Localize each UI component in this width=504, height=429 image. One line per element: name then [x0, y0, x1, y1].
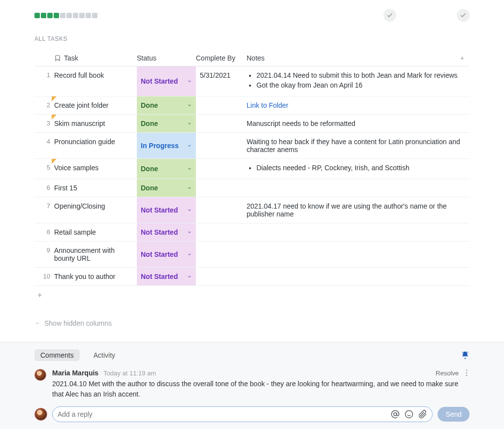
tab-comments[interactable]: Comments: [34, 349, 80, 361]
progress-segment: [66, 13, 72, 18]
comment-item: Maria Marquis Today at 11:19 am Resolve …: [34, 369, 470, 399]
status-cell[interactable]: Not Started: [137, 66, 196, 96]
status-cell[interactable]: In Progress: [137, 133, 196, 158]
row-number: 7: [34, 197, 54, 210]
emoji-icon[interactable]: [405, 410, 413, 419]
reply-box[interactable]: [52, 406, 433, 422]
reply-row: Send: [34, 406, 470, 422]
status-cell[interactable]: Done: [137, 159, 196, 179]
complete-by-cell[interactable]: [196, 159, 247, 169]
complete-by-cell[interactable]: [196, 96, 247, 106]
table-row: 7Opening/ClosingNot Started2021.04.17 ne…: [34, 197, 470, 223]
column-notes[interactable]: Notes: [247, 54, 455, 62]
complete-by-cell[interactable]: 5/31/2021: [196, 66, 247, 84]
task-cell[interactable]: First 15: [54, 179, 137, 197]
notes-cell[interactable]: Link to Folder: [247, 96, 470, 114]
resolve-button[interactable]: Resolve: [436, 369, 459, 377]
notes-cell[interactable]: [247, 242, 470, 251]
svg-point-2: [466, 375, 468, 376]
task-cell[interactable]: Record full book: [54, 66, 137, 84]
progress-segment: [47, 13, 53, 18]
table-row: 10Thank you to authorNot Started: [34, 268, 470, 286]
task-cell[interactable]: Skim manuscript: [54, 115, 137, 132]
complete-by-cell[interactable]: [196, 242, 247, 251]
chevron-down-icon: [187, 185, 192, 190]
chevron-down-icon: [187, 143, 192, 148]
notes-cell[interactable]: 2021.04.14 Need to submit this to both J…: [247, 66, 470, 96]
chevron-down-icon: [187, 103, 192, 108]
chevron-down-icon: [187, 230, 192, 235]
status-cell[interactable]: Not Started: [137, 242, 196, 267]
complete-by-cell[interactable]: [196, 268, 247, 277]
attachment-icon[interactable]: [418, 410, 427, 419]
complete-by-cell[interactable]: [196, 197, 247, 207]
task-cell[interactable]: Create joint folder: [54, 96, 137, 114]
complete-by-cell[interactable]: [196, 179, 247, 189]
column-complete-by[interactable]: Complete By: [196, 54, 247, 62]
more-icon[interactable]: [464, 369, 470, 376]
column-task[interactable]: Task: [54, 54, 137, 62]
check-button-2[interactable]: [457, 9, 470, 22]
row-number: 1: [34, 66, 54, 79]
task-cell[interactable]: Retail sample: [54, 223, 137, 241]
svg-point-4: [406, 411, 413, 418]
progress-segment: [92, 13, 97, 18]
flag-icon: [52, 115, 57, 120]
chevron-down-icon: [187, 208, 192, 213]
notes-cell[interactable]: Manuscript needs to be reformatted: [247, 115, 470, 132]
send-button[interactable]: Send: [438, 407, 470, 422]
row-number: 6: [34, 179, 54, 191]
notes-cell[interactable]: Waiting to hear back if they have a cont…: [247, 133, 470, 158]
notes-cell[interactable]: [247, 223, 470, 233]
avatar[interactable]: [34, 369, 46, 381]
progress-segment: [60, 13, 65, 18]
progress-segment: [86, 13, 91, 18]
table-headers: Task Status Complete By Notes +: [34, 50, 470, 66]
notes-cell[interactable]: Dialects needed - RP, Cockney, Irish, an…: [247, 159, 470, 179]
comment-author: Maria Marquis: [52, 369, 98, 377]
task-cell[interactable]: Opening/Closing: [54, 197, 137, 215]
table-row: 1Record full bookNot Started5/31/2021202…: [34, 66, 470, 96]
reply-input[interactable]: [58, 410, 391, 418]
status-cell[interactable]: Done: [137, 115, 196, 132]
notifications-icon[interactable]: [461, 351, 470, 360]
add-column-button[interactable]: +: [455, 54, 470, 62]
avatar[interactable]: [34, 408, 47, 421]
chevron-down-icon: [34, 320, 40, 326]
progress-segment: [79, 13, 85, 18]
notes-cell[interactable]: [247, 268, 470, 277]
progress-segment: [41, 13, 46, 18]
add-row-button[interactable]: +: [34, 286, 470, 305]
status-cell[interactable]: Not Started: [137, 223, 196, 241]
task-cell[interactable]: Thank you to author: [54, 268, 137, 285]
task-table: Task Status Complete By Notes + 1Record …: [34, 50, 470, 305]
progress-bar: [34, 13, 97, 18]
column-status[interactable]: Status: [137, 54, 196, 62]
tab-activity[interactable]: Activity: [88, 349, 121, 361]
show-hidden-columns[interactable]: Show hidden columns: [34, 319, 470, 327]
status-cell[interactable]: Not Started: [137, 268, 196, 285]
task-cell[interactable]: Voice samples: [54, 159, 137, 177]
status-cell[interactable]: Not Started: [137, 197, 196, 223]
flag-icon: [52, 96, 57, 101]
notes-cell[interactable]: [247, 179, 470, 189]
check-button-1[interactable]: [383, 9, 396, 22]
task-cell[interactable]: Announcement with bounty URL: [54, 242, 137, 267]
complete-by-cell[interactable]: [196, 223, 247, 233]
notes-cell[interactable]: 2021.04.17 need to know if we are using …: [247, 197, 470, 223]
status-cell[interactable]: Done: [137, 179, 196, 197]
table-row: 8Retail sampleNot Started: [34, 223, 470, 242]
folder-link[interactable]: Link to Folder: [247, 101, 288, 109]
task-cell[interactable]: Pronunciation guide: [54, 133, 137, 151]
table-row: 4Pronunciation guideIn ProgressWaiting t…: [34, 133, 470, 159]
comment-body: 2021.04.10 Met with the author to discus…: [52, 379, 470, 399]
table-row: 2Create joint folderDoneLink to Folder: [34, 96, 470, 115]
table-row: 5Voice samplesDoneDialects needed - RP, …: [34, 159, 470, 179]
mention-icon[interactable]: [391, 410, 400, 419]
comments-panel: Comments Activity Maria Marquis Today at…: [0, 342, 504, 429]
status-cell[interactable]: Done: [137, 96, 196, 114]
complete-by-cell[interactable]: [196, 115, 247, 124]
comment-timestamp: Today at 11:19 am: [103, 369, 156, 377]
complete-by-cell[interactable]: [196, 133, 247, 143]
flag-icon: [52, 159, 57, 164]
